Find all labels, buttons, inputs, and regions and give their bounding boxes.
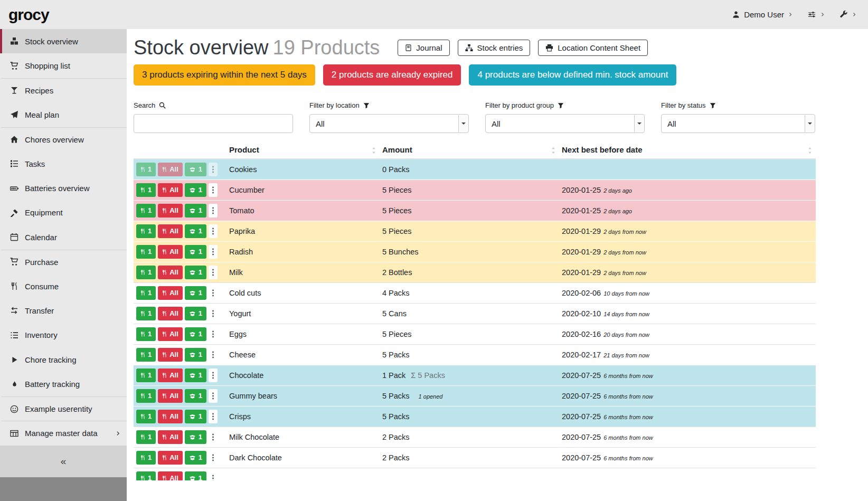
journal-button[interactable]: Journal bbox=[398, 40, 449, 56]
open-one-button[interactable]: 1 bbox=[185, 307, 206, 320]
location-filter-select[interactable]: All bbox=[309, 114, 469, 133]
consume-all-button[interactable]: All bbox=[158, 224, 183, 238]
open-one-button[interactable]: 1 bbox=[185, 389, 206, 403]
sidebar-item-manage-master-data[interactable]: Manage master data bbox=[0, 421, 127, 445]
status-filter-select[interactable]: All bbox=[661, 114, 815, 133]
sidebar-item-calendar[interactable]: Calendar bbox=[0, 225, 127, 249]
row-more-menu-button[interactable] bbox=[209, 286, 218, 300]
column-header-amount[interactable]: Amount bbox=[380, 143, 559, 159]
consume-one-button[interactable]: 1 bbox=[136, 307, 156, 320]
sidebar-item-transfer[interactable]: Transfer bbox=[0, 298, 127, 323]
sidebar-item-equipment[interactable]: Equipment bbox=[0, 201, 127, 225]
sidebar-item-stock-overview[interactable]: Stock overview bbox=[0, 29, 127, 53]
row-more-menu-button[interactable] bbox=[209, 266, 218, 279]
consume-one-button[interactable]: 1 bbox=[136, 389, 156, 403]
consume-one-button[interactable]: 1 bbox=[136, 245, 156, 259]
consume-all-button[interactable]: All bbox=[158, 163, 183, 176]
grocy-logo[interactable]: grocy bbox=[8, 6, 49, 24]
row-more-menu-button[interactable] bbox=[209, 348, 218, 362]
sort-icon[interactable] bbox=[807, 147, 813, 154]
location-content-sheet-button[interactable]: Location Content Sheet bbox=[538, 40, 648, 56]
row-more-menu-button[interactable] bbox=[209, 224, 218, 238]
row-more-menu-button[interactable] bbox=[209, 471, 218, 480]
row-more-menu-button[interactable] bbox=[209, 430, 218, 444]
open-one-button[interactable]: 1 bbox=[185, 471, 206, 480]
consume-all-button[interactable]: All bbox=[158, 451, 183, 465]
expired-products-badge[interactable]: 2 products are already expired bbox=[323, 64, 461, 86]
open-one-button[interactable]: 1 bbox=[185, 348, 206, 362]
row-more-menu-button[interactable] bbox=[209, 410, 218, 423]
admin-menu[interactable] bbox=[839, 11, 856, 18]
open-one-button[interactable]: 1 bbox=[185, 368, 206, 382]
consume-one-button[interactable]: 1 bbox=[136, 471, 156, 480]
sidebar-item-battery-tracking[interactable]: Battery tracking bbox=[0, 372, 127, 396]
row-more-menu-button[interactable] bbox=[209, 204, 218, 218]
sidebar-item-batteries-overview[interactable]: Batteries overview bbox=[0, 176, 127, 200]
consume-one-button[interactable]: 1 bbox=[136, 348, 156, 362]
consume-all-button[interactable]: All bbox=[158, 307, 183, 320]
consume-all-button[interactable]: All bbox=[158, 389, 183, 403]
below-min-stock-badge[interactable]: 4 products are below defined min. stock … bbox=[469, 64, 676, 86]
product-group-filter-select[interactable]: All bbox=[485, 114, 645, 133]
consume-one-button[interactable]: 1 bbox=[136, 204, 156, 218]
open-one-button[interactable]: 1 bbox=[185, 327, 206, 341]
settings-menu[interactable] bbox=[807, 11, 825, 18]
consume-all-button[interactable]: All bbox=[158, 368, 183, 382]
expiring-products-badge[interactable]: 3 products expiring within the next 5 da… bbox=[134, 64, 315, 86]
consume-all-button[interactable]: All bbox=[158, 286, 183, 300]
consume-all-button[interactable]: All bbox=[158, 183, 183, 197]
sidebar-item-shopping-list[interactable]: Shopping list bbox=[0, 53, 127, 78]
row-more-menu-button[interactable] bbox=[209, 451, 218, 465]
open-one-button[interactable]: 1 bbox=[185, 224, 206, 238]
open-one-button[interactable]: 1 bbox=[185, 410, 206, 423]
consume-one-button[interactable]: 1 bbox=[136, 327, 156, 341]
stock-entries-button[interactable]: Stock entries bbox=[458, 40, 531, 56]
sidebar-item-meal-plan[interactable]: Meal plan bbox=[0, 102, 127, 127]
consume-one-button[interactable]: 1 bbox=[136, 163, 156, 176]
consume-all-button[interactable]: All bbox=[158, 348, 183, 362]
consume-one-button[interactable]: 1 bbox=[136, 266, 156, 279]
consume-one-button[interactable]: 1 bbox=[136, 286, 156, 300]
consume-all-button[interactable]: All bbox=[158, 266, 183, 279]
column-header-product[interactable]: Product bbox=[227, 143, 380, 159]
sidebar-item-recipes[interactable]: Recipes bbox=[0, 78, 127, 102]
user-menu[interactable]: Demo User bbox=[732, 10, 792, 19]
sidebar-item-chore-tracking[interactable]: Chore tracking bbox=[0, 347, 127, 372]
consume-one-button[interactable]: 1 bbox=[136, 451, 156, 465]
consume-all-button[interactable]: All bbox=[158, 430, 183, 444]
row-more-menu-button[interactable] bbox=[209, 327, 218, 341]
row-more-menu-button[interactable] bbox=[209, 183, 218, 197]
consume-all-button[interactable]: All bbox=[158, 327, 183, 341]
consume-one-button[interactable]: 1 bbox=[136, 224, 156, 238]
open-one-button[interactable]: 1 bbox=[185, 245, 206, 259]
row-more-menu-button[interactable] bbox=[209, 389, 218, 403]
consume-one-button[interactable]: 1 bbox=[136, 368, 156, 382]
open-one-button[interactable]: 1 bbox=[185, 286, 206, 300]
consume-all-button[interactable]: All bbox=[158, 245, 183, 259]
sidebar-collapse-button[interactable]: « bbox=[0, 446, 127, 477]
sidebar-item-example-userentity[interactable]: Example userentity bbox=[0, 396, 127, 421]
search-input[interactable] bbox=[134, 114, 293, 133]
open-one-button[interactable]: 1 bbox=[185, 204, 206, 218]
row-more-menu-button[interactable] bbox=[209, 163, 218, 176]
consume-one-button[interactable]: 1 bbox=[136, 410, 156, 423]
row-more-menu-button[interactable] bbox=[209, 307, 218, 320]
sidebar-item-tasks[interactable]: Tasks bbox=[0, 152, 127, 176]
row-more-menu-button[interactable] bbox=[209, 368, 218, 382]
sort-icon[interactable] bbox=[551, 147, 556, 154]
consume-one-button[interactable]: 1 bbox=[136, 430, 156, 444]
sidebar-item-consume[interactable]: Consume bbox=[0, 274, 127, 298]
sidebar-item-purchase[interactable]: Purchase bbox=[0, 250, 127, 274]
consume-all-button[interactable]: All bbox=[158, 410, 183, 423]
sidebar-item-chores-overview[interactable]: Chores overview bbox=[0, 127, 127, 152]
open-one-button[interactable]: 1 bbox=[185, 163, 206, 176]
row-more-menu-button[interactable] bbox=[209, 245, 218, 259]
open-one-button[interactable]: 1 bbox=[185, 266, 206, 279]
consume-all-button[interactable]: All bbox=[158, 471, 183, 480]
sidebar-item-inventory[interactable]: Inventory bbox=[0, 323, 127, 347]
open-one-button[interactable]: 1 bbox=[185, 451, 206, 465]
column-header-bbd[interactable]: Next best before date bbox=[559, 143, 816, 159]
consume-one-button[interactable]: 1 bbox=[136, 183, 156, 197]
consume-all-button[interactable]: All bbox=[158, 204, 183, 218]
open-one-button[interactable]: 1 bbox=[185, 430, 206, 444]
